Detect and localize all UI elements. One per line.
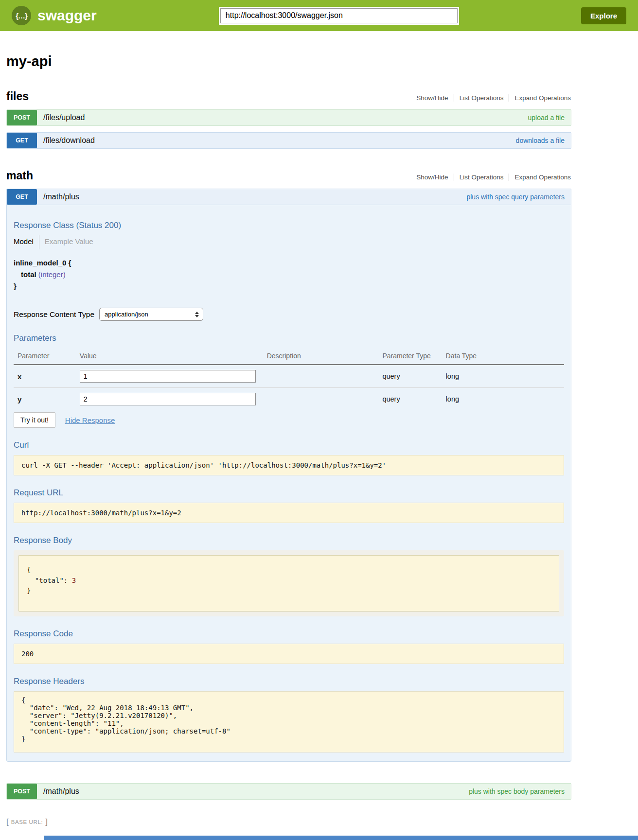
- model-property: total (integer): [21, 269, 564, 280]
- endpoint-post-math-plus[interactable]: POST /math/plus plus with spec body para…: [6, 783, 571, 800]
- expand-operations-link[interactable]: Expand Operations: [509, 174, 571, 181]
- endpoint-post-files-upload[interactable]: POST /files/upload upload a file: [6, 109, 571, 126]
- model-signature-close: }: [14, 280, 564, 292]
- endpoint-summary-link[interactable]: upload a file: [528, 110, 571, 125]
- col-description: Description: [267, 348, 383, 365]
- response-content-type-row: Response Content Type application/json: [14, 308, 564, 321]
- parameters-header-row: Parameter Value Description Parameter Ty…: [14, 348, 564, 365]
- response-code-value: 200: [14, 644, 564, 664]
- model-tabs: Model Example Value: [14, 235, 564, 249]
- tab-example-value[interactable]: Example Value: [39, 235, 93, 249]
- footer-bar: [44, 836, 638, 840]
- response-headers-heading: Response Headers: [14, 677, 564, 686]
- show-hide-link[interactable]: Show/Hide: [411, 174, 453, 181]
- math-section-header: math Show/Hide List Operations Expand Op…: [6, 169, 571, 182]
- try-it-out-button[interactable]: Try it out!: [14, 412, 55, 428]
- section-controls: Show/Hide List Operations Expand Operati…: [411, 94, 571, 103]
- section-title-math: math: [6, 169, 33, 182]
- bracket-open: [: [6, 817, 9, 827]
- response-content-type-label: Response Content Type: [14, 310, 94, 319]
- expand-operations-link[interactable]: Expand Operations: [509, 94, 571, 102]
- parameter-type: query: [382, 388, 445, 411]
- endpoint-summary-link[interactable]: plus with spec body parameters: [469, 784, 571, 799]
- endpoint-path[interactable]: /files/upload: [37, 110, 85, 125]
- response-content-type-select[interactable]: application/json: [99, 308, 203, 321]
- parameters-table: Parameter Value Description Parameter Ty…: [14, 348, 564, 410]
- top-header-bar: {…} swagger Explore: [0, 0, 638, 31]
- get-math-plus-operation: GET /math/plus plus with spec query para…: [6, 189, 571, 762]
- endpoint-path[interactable]: /math/plus: [37, 189, 79, 205]
- explore-button[interactable]: Explore: [581, 7, 626, 24]
- col-parameter: Parameter: [14, 348, 80, 365]
- parameter-description: [267, 365, 383, 388]
- endpoint-path[interactable]: /math/plus: [37, 784, 79, 799]
- section-title-files: files: [6, 90, 29, 103]
- model-property-name: total: [21, 270, 36, 279]
- base-url-footer: [ BASE URL: ]: [6, 817, 638, 827]
- show-hide-link[interactable]: Show/Hide: [411, 94, 453, 102]
- json-number-value: 3: [72, 577, 76, 584]
- list-operations-link[interactable]: List Operations: [454, 174, 509, 181]
- parameter-description: [267, 388, 383, 411]
- method-badge-post: POST: [7, 110, 37, 125]
- response-code-heading: Response Code: [14, 629, 564, 639]
- hide-response-link[interactable]: Hide Response: [65, 416, 115, 424]
- base-url-label: BASE URL:: [11, 819, 43, 825]
- swagger-logo-icon: {…}: [12, 6, 31, 25]
- col-data-type: Data Type: [446, 348, 564, 365]
- curl-heading: Curl: [14, 440, 564, 450]
- response-body-heading: Response Body: [14, 536, 564, 545]
- operation-expanded-panel: Response Class (Status 200) Model Exampl…: [6, 205, 571, 762]
- try-it-out-row: Try it out! Hide Response: [14, 412, 564, 428]
- brand-name: swagger: [37, 7, 97, 24]
- method-badge-get: GET: [7, 133, 37, 148]
- endpoint-summary-link[interactable]: plus with spec query parameters: [466, 189, 571, 205]
- parameter-row-y: y query long: [14, 388, 564, 411]
- endpoint-path[interactable]: /files/download: [37, 133, 95, 148]
- model-signature: inline_model_0 { total (integer) }: [14, 257, 564, 292]
- parameter-y-input[interactable]: [80, 393, 256, 405]
- parameter-row-x: x query long: [14, 365, 564, 388]
- tab-model[interactable]: Model: [14, 235, 39, 249]
- parameter-name: x: [14, 365, 80, 388]
- response-body-container: { "total": 3 }: [14, 550, 564, 616]
- model-signature-open: inline_model_0 {: [14, 257, 564, 269]
- page-title: my-api: [6, 53, 571, 70]
- col-value: Value: [80, 348, 267, 365]
- endpoint-summary-link[interactable]: downloads a file: [516, 133, 571, 148]
- endpoint-get-files-download[interactable]: GET /files/download downloads a file: [6, 132, 571, 149]
- spec-url-input[interactable]: [220, 8, 458, 23]
- request-url-heading: Request URL: [14, 488, 564, 498]
- response-body-code: { "total": 3 }: [18, 555, 559, 612]
- parameter-type: query: [382, 365, 445, 388]
- request-url-value: http://localhost:3000/math/plus?x=1&y=2: [14, 503, 564, 523]
- main-content: my-api files Show/Hide List Operations E…: [6, 53, 571, 800]
- parameter-x-input[interactable]: [80, 370, 256, 383]
- model-property-type: (integer): [38, 270, 66, 279]
- curl-command: curl -X GET --header 'Accept: applicatio…: [14, 455, 564, 475]
- list-operations-link[interactable]: List Operations: [454, 94, 509, 102]
- col-parameter-type: Parameter Type: [382, 348, 445, 365]
- endpoint-get-math-plus[interactable]: GET /math/plus plus with spec query para…: [6, 189, 571, 205]
- response-headers-json: { "date": "Wed, 22 Aug 2018 18:49:13 GMT…: [14, 691, 564, 752]
- parameter-data-type: long: [446, 365, 564, 388]
- parameter-name: y: [14, 388, 80, 411]
- select-arrows-icon: [195, 312, 199, 317]
- parameter-data-type: long: [446, 388, 564, 411]
- bracket-close: ]: [45, 817, 48, 827]
- response-class-heading: Response Class (Status 200): [14, 221, 564, 230]
- files-section-header: files Show/Hide List Operations Expand O…: [6, 90, 571, 103]
- method-badge-post: POST: [7, 784, 37, 799]
- parameters-heading: Parameters: [14, 333, 564, 343]
- method-badge-get: GET: [7, 189, 37, 205]
- section-controls: Show/Hide List Operations Expand Operati…: [411, 174, 571, 182]
- brand-logo[interactable]: {…} swagger: [12, 6, 97, 25]
- selected-content-type: application/json: [105, 311, 148, 318]
